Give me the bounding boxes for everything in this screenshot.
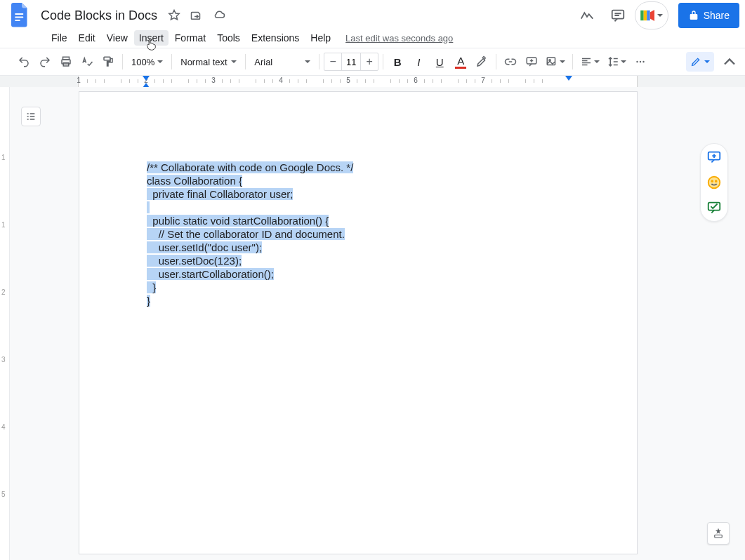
suggestion-rail [700, 143, 728, 222]
vertical-ruler[interactable]: 1 1 2 3 4 5 [0, 87, 10, 560]
last-edit-link[interactable]: Last edit was seconds ago [345, 33, 453, 44]
menu-format[interactable]: Format [170, 30, 211, 46]
svg-marker-7 [650, 10, 654, 21]
cloud-status-icon[interactable] [209, 6, 229, 25]
right-indent[interactable] [565, 76, 572, 81]
insert-image-button[interactable] [543, 52, 568, 72]
move-icon[interactable] [187, 6, 206, 25]
insert-link-button[interactable] [501, 52, 520, 72]
comments-icon[interactable] [604, 1, 632, 29]
hide-menus-button[interactable] [720, 52, 739, 72]
redo-button[interactable] [35, 52, 55, 72]
svg-point-19 [708, 177, 720, 189]
paint-format-button[interactable] [98, 52, 118, 72]
align-button[interactable] [577, 52, 602, 72]
doc-title[interactable]: Code Blocks in Docs [37, 7, 161, 25]
svg-rect-13 [548, 58, 555, 65]
svg-point-21 [716, 180, 717, 182]
editing-mode-pill[interactable] [686, 52, 714, 72]
zoom-combo[interactable]: 100% [127, 52, 167, 72]
show-outline-button[interactable] [21, 107, 41, 126]
text-color-button[interactable]: A [451, 52, 470, 72]
more-button[interactable] [631, 52, 650, 72]
meet-button[interactable] [635, 1, 668, 29]
font-size-inc[interactable]: + [361, 55, 378, 68]
menu-view[interactable]: View [102, 30, 133, 46]
svg-point-15 [637, 61, 638, 62]
svg-rect-5 [643, 11, 647, 20]
first-line-indent[interactable] [143, 76, 150, 81]
svg-rect-3 [612, 11, 624, 19]
add-comment-button[interactable] [522, 52, 541, 72]
font-size-input[interactable] [341, 53, 361, 70]
svg-rect-6 [647, 11, 650, 20]
share-button[interactable]: Share [678, 3, 739, 28]
svg-rect-11 [104, 57, 110, 60]
menu-extensions[interactable]: Extensions [246, 30, 304, 46]
toolbar: 100% Normal text Arial − + B I U A [0, 48, 745, 76]
svg-rect-4 [640, 11, 644, 20]
docs-logo[interactable] [6, 1, 34, 29]
emoji-rail-icon[interactable] [706, 175, 722, 190]
svg-point-16 [640, 61, 641, 62]
undo-button[interactable] [14, 52, 34, 72]
bold-button[interactable]: B [388, 52, 407, 72]
svg-rect-2 [15, 20, 20, 21]
svg-rect-23 [715, 535, 723, 538]
canvas: 1 1 2 3 4 5 /** Collaborate with code on… [0, 87, 745, 560]
share-label: Share [704, 10, 730, 21]
star-icon[interactable] [164, 6, 184, 25]
header-title-row: Code Blocks in Docs Share [0, 0, 745, 28]
menu-edit[interactable]: Edit [74, 30, 100, 46]
page[interactable]: /** Collaborate with code on Google Docs… [79, 91, 638, 554]
menu-bar: File Edit View Insert Format Tools Exten… [0, 28, 745, 48]
menu-tools[interactable]: Tools [212, 30, 245, 46]
menu-file[interactable]: File [46, 30, 72, 46]
italic-button[interactable]: I [409, 52, 428, 72]
explore-button[interactable] [707, 522, 730, 545]
spellcheck-button[interactable] [77, 52, 97, 72]
line-spacing-button[interactable] [604, 52, 629, 72]
style-combo[interactable]: Normal text [176, 52, 241, 72]
menu-insert[interactable]: Insert [134, 30, 169, 46]
font-combo[interactable]: Arial [250, 52, 315, 72]
font-size-stepper[interactable]: − + [324, 53, 378, 71]
svg-point-20 [711, 180, 713, 182]
suggest-rail-icon[interactable] [706, 200, 722, 215]
svg-point-17 [643, 61, 645, 62]
font-size-dec[interactable]: − [324, 55, 341, 68]
underline-button[interactable]: U [430, 52, 449, 72]
highlight-button[interactable] [472, 52, 492, 72]
svg-rect-0 [15, 13, 23, 15]
document-body[interactable]: /** Collaborate with code on Google Docs… [147, 161, 353, 307]
add-comment-rail-icon[interactable] [706, 149, 722, 165]
activity-icon[interactable] [573, 1, 601, 29]
menu-help[interactable]: Help [305, 30, 336, 46]
svg-rect-1 [15, 17, 23, 18]
print-button[interactable] [56, 52, 76, 72]
